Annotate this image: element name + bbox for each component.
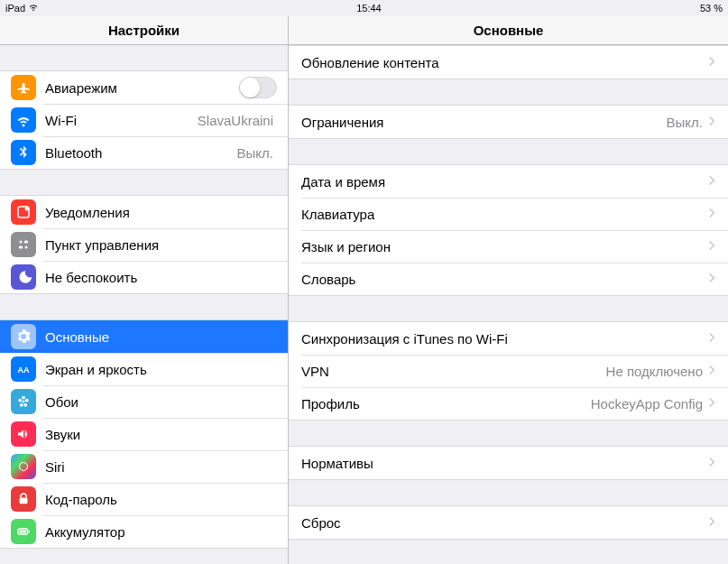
- bluetooth-icon: [11, 140, 36, 165]
- detail-row-value: Выкл.: [667, 115, 703, 130]
- clock: 15:44: [356, 3, 382, 14]
- wifi-icon: [11, 107, 36, 133]
- sidebar-item-siri[interactable]: Siri: [0, 450, 288, 483]
- sidebar-item-battery[interactable]: Аккумулятор: [0, 515, 288, 548]
- detail-row-itunes-wifi[interactable]: Синхронизация с iTunes по Wi-Fi: [289, 322, 728, 355]
- chevron-right-icon: [708, 330, 715, 347]
- chevron-right-icon: [708, 206, 715, 222]
- detail-row-label: Обновление контента: [301, 55, 708, 70]
- battery-level: 53 %: [700, 3, 723, 14]
- detail-row-keyboard[interactable]: Клавиатура: [289, 198, 728, 230]
- siri-icon: [11, 454, 36, 479]
- detail-pane: Основные Обновление контентаОграниченияВ…: [289, 16, 728, 564]
- detail-navbar: Основные: [289, 16, 728, 45]
- detail-row-language-region[interactable]: Язык и регион: [289, 230, 728, 263]
- sidebar-item-label: Звуки: [45, 427, 277, 442]
- chevron-right-icon: [708, 395, 715, 411]
- sidebar-item-value: SlavaUkraini: [198, 113, 273, 128]
- chevron-right-icon: [708, 455, 715, 471]
- svg-rect-14: [20, 498, 28, 504]
- control-center-icon: [11, 232, 36, 257]
- svg-rect-3: [24, 241, 29, 244]
- display-icon: AA: [11, 356, 36, 382]
- detail-row-label: Словарь: [301, 272, 708, 287]
- chevron-right-icon: [708, 271, 715, 287]
- detail-scroll[interactable]: Обновление контентаОграниченияВыкл.Дата …: [289, 45, 728, 564]
- detail-row-label: Нормативы: [301, 456, 708, 471]
- svg-point-2: [20, 241, 23, 244]
- detail-row-vpn[interactable]: VPNНе подключено: [289, 355, 728, 387]
- sidebar-item-dnd[interactable]: Не беспокоить: [0, 261, 288, 293]
- detail-row-label: Профиль: [301, 396, 591, 411]
- detail-row-reset[interactable]: Сброс: [289, 506, 728, 539]
- svg-point-12: [18, 399, 22, 402]
- detail-row-label: Язык и регион: [301, 239, 708, 254]
- dnd-icon: [11, 264, 36, 290]
- battery-icon: [11, 519, 36, 544]
- sidebar-item-label: Код-пароль: [45, 492, 277, 507]
- detail-row-label: Сброс: [301, 515, 708, 531]
- detail-row-label: VPN: [301, 364, 606, 379]
- sidebar-item-label: Bluetooth: [45, 145, 237, 161]
- detail-title: Основные: [474, 23, 544, 38]
- chevron-right-icon: [708, 173, 715, 190]
- sidebar-item-notifications[interactable]: Уведомления: [0, 196, 288, 228]
- settings-sidebar: Настройки АвиарежимWi-FiSlavaUkrainiBlue…: [0, 16, 289, 564]
- svg-point-1: [25, 207, 30, 211]
- svg-point-11: [20, 403, 23, 407]
- notifications-icon: [11, 199, 36, 225]
- wallpaper-icon: [11, 389, 36, 414]
- chevron-right-icon: [708, 238, 715, 254]
- sidebar-item-sounds[interactable]: Звуки: [0, 418, 288, 450]
- svg-point-7: [23, 401, 25, 403]
- general-icon: [11, 324, 36, 349]
- sidebar-navbar: Настройки: [0, 16, 288, 45]
- detail-row-date-time[interactable]: Дата и время: [289, 165, 728, 198]
- sidebar-title: Настройки: [108, 23, 180, 38]
- svg-point-5: [25, 246, 28, 249]
- sidebar-item-bluetooth[interactable]: BluetoothВыкл.: [0, 136, 288, 169]
- airplane-switch[interactable]: [239, 77, 277, 98]
- svg-point-8: [22, 396, 25, 400]
- svg-point-9: [25, 399, 29, 402]
- detail-row-label: Клавиатура: [301, 207, 708, 222]
- sidebar-item-label: Пункт управления: [45, 237, 277, 253]
- chevron-right-icon: [708, 514, 715, 531]
- detail-row-profile[interactable]: ПрофильHockeyApp Config: [289, 387, 728, 420]
- sidebar-item-label: Экран и яркость: [45, 362, 277, 377]
- svg-point-10: [23, 403, 27, 407]
- sidebar-item-label: Обои: [45, 394, 277, 410]
- detail-row-label: Синхронизация с iTunes по Wi-Fi: [301, 331, 708, 347]
- chevron-right-icon: [708, 54, 715, 70]
- sidebar-item-airplane[interactable]: Авиарежим: [0, 71, 288, 104]
- sidebar-item-value: Выкл.: [237, 145, 273, 161]
- sidebar-item-display[interactable]: AAЭкран и яркость: [0, 353, 288, 385]
- sidebar-item-wifi[interactable]: Wi-FiSlavaUkraini: [0, 104, 288, 136]
- detail-row-dictionary[interactable]: Словарь: [289, 263, 728, 295]
- sidebar-item-control-center[interactable]: Пункт управления: [0, 228, 288, 261]
- svg-rect-4: [19, 246, 23, 249]
- detail-row-restrictions[interactable]: ОграниченияВыкл.: [289, 106, 728, 138]
- detail-row-value: Не подключено: [606, 364, 703, 379]
- sidebar-scroll[interactable]: АвиарежимWi-FiSlavaUkrainiBluetoothВыкл.…: [0, 45, 288, 564]
- detail-row-content-refresh[interactable]: Обновление контента: [289, 46, 728, 79]
- detail-row-label: Ограничения: [301, 115, 667, 130]
- chevron-right-icon: [708, 114, 715, 130]
- airplane-icon: [11, 75, 36, 100]
- sidebar-item-label: Основные: [45, 329, 277, 345]
- detail-row-regulatory[interactable]: Нормативы: [289, 447, 728, 479]
- sidebar-item-general[interactable]: Основные: [0, 320, 288, 353]
- passcode-icon: [11, 486, 36, 512]
- detail-row-value: HockeyApp Config: [591, 396, 703, 411]
- sidebar-item-label: Аккумулятор: [45, 524, 277, 540]
- sidebar-item-label: Siri: [45, 459, 277, 475]
- sidebar-item-label: Wi-Fi: [45, 113, 198, 128]
- sidebar-item-wallpaper[interactable]: Обои: [0, 385, 288, 418]
- svg-point-13: [20, 463, 28, 471]
- sidebar-item-label: Авиарежим: [45, 80, 239, 96]
- svg-rect-17: [20, 531, 27, 533]
- chevron-right-icon: [708, 363, 715, 379]
- sidebar-item-label: Не беспокоить: [45, 270, 277, 285]
- device-name: iPad: [5, 3, 25, 14]
- sidebar-item-passcode[interactable]: Код-пароль: [0, 483, 288, 515]
